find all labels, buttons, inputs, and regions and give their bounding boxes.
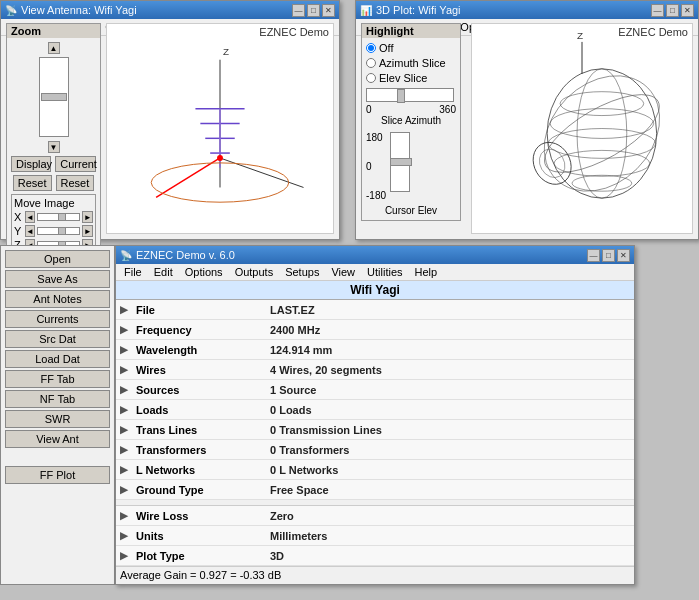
row-value-translines: 0 Transmission Lines [262,424,634,436]
table-row[interactable]: ▶ Wavelength 124.914 mm [116,340,634,360]
azimuth-slice-radio[interactable]: Azimuth Slice [366,57,456,69]
table-row[interactable]: ▶ Transformers 0 Transformers [116,440,634,460]
y-left-arrow[interactable]: ◄ [25,225,36,237]
maximize-btn[interactable]: □ [307,4,320,17]
expand-arrow: ▶ [116,304,132,315]
table-row[interactable]: ▶ Plot Type 3D [116,546,634,566]
ff-tab-btn[interactable]: FF Tab [5,370,110,388]
plot3d-close[interactable]: ✕ [681,4,694,17]
open-btn[interactable]: Open [5,250,110,268]
reset2-btn[interactable]: Reset [56,175,95,191]
highlight-panel: Highlight Off Azimuth Slice Elev Slice 0 [361,23,461,221]
plot3d-maximize[interactable]: □ [666,4,679,17]
expand-arrow: ▶ [116,364,132,375]
eznec-menu-edit[interactable]: Edit [148,265,179,279]
view-antenna-titlebar: 📡 View Antenna: Wifi Yagi — □ ✕ [1,1,339,19]
status-bar: Average Gain = 0.927 = -0.33 dB [116,566,634,583]
swr-btn[interactable]: SWR [5,410,110,428]
eznec-menu-options[interactable]: Options [179,265,229,279]
currents-btn[interactable]: Currents [5,310,110,328]
elev-slice-radio[interactable]: Elev Slice [366,72,456,84]
expand-arrow: ▶ [116,424,132,435]
nf-tab-btn[interactable]: NF Tab [5,390,110,408]
eznec-maximize[interactable]: □ [602,249,615,262]
table-row[interactable]: ▶ Wires 4 Wires, 20 segments [116,360,634,380]
src-dat-btn[interactable]: Src Dat [5,330,110,348]
reset1-btn[interactable]: Reset [13,175,52,191]
row-label-groundtype: Ground Type [132,484,262,496]
load-dat-btn[interactable]: Load Dat [5,350,110,368]
table-row[interactable]: ▶ Sources 1 Source [116,380,634,400]
svg-point-17 [554,150,650,176]
ant-notes-btn[interactable]: Ant Notes [5,290,110,308]
table-row[interactable]: ▶ Wire Loss Zero [116,506,634,526]
table-row[interactable]: ▶ L Networks 0 L Networks [116,460,634,480]
eznec-menu-setups[interactable]: Setups [279,265,325,279]
axis-x-label: X [14,211,23,223]
view-antenna-title: View Antenna: Wifi Yagi [21,4,137,16]
row-label-freq: Frequency [132,324,262,336]
slice-min-label: 0 [366,104,372,115]
close-btn[interactable]: ✕ [322,4,335,17]
x-slider[interactable] [37,213,80,221]
row-value-lnetworks: 0 L Networks [262,464,634,476]
eznec-icon: 📡 [120,250,132,261]
row-label-plottype: Plot Type [132,550,262,562]
view-ant-btn[interactable]: View Ant [5,430,110,448]
row-label-transformers: Transformers [132,444,262,456]
y-right-arrow[interactable]: ► [82,225,93,237]
eznec-menu-file[interactable]: File [118,265,148,279]
svg-point-14 [560,92,644,116]
slice-max-label: 360 [439,104,456,115]
expand-arrow: ▶ [116,324,132,335]
row-label-loads: Loads [132,404,262,416]
antenna-canvas: EZNEC Demo Z [106,23,334,234]
eznec-menu-view[interactable]: View [325,265,361,279]
save-as-btn[interactable]: Save As [5,270,110,288]
minimize-btn[interactable]: — [292,4,305,17]
highlight-off-radio[interactable]: Off [366,42,456,54]
eznec-menu-outputs[interactable]: Outputs [229,265,280,279]
eznec-minimize[interactable]: — [587,249,600,262]
row-label-sources: Sources [132,384,262,396]
eznec-menu-help[interactable]: Help [409,265,444,279]
row-label-wavelength: Wavelength [132,344,262,356]
row-label-translines: Trans Lines [132,424,262,436]
axis-y-row: Y ◄ ► [14,225,93,237]
eznec-menubar: File Edit Options Outputs Setups View Ut… [116,264,634,281]
slice-azimuth-label: Slice Azimuth [366,115,456,126]
elev-neg180-label: -180 [366,190,386,201]
elev-0-label: 0 [366,161,386,172]
antenna-svg: Z [107,24,333,233]
svg-point-22 [526,135,579,191]
table-row[interactable]: ▶ Ground Type Free Space [116,480,634,500]
zoom-up-arrow[interactable]: ▲ [48,42,60,54]
eznec-menu-utilities[interactable]: Utilities [361,265,408,279]
plot3d-icon: 📊 [360,5,372,16]
slice-track[interactable] [366,88,454,102]
svg-point-10 [217,155,223,161]
expand-arrow: ▶ [116,404,132,415]
display-btn[interactable]: Display [11,156,51,172]
row-label-wires: Wires [132,364,262,376]
table-row[interactable]: ▶ File LAST.EZ [116,300,634,320]
eznec-main-title: EZNEC Demo v. 6.0 [136,249,235,261]
y-slider[interactable] [37,227,80,235]
eznec-close[interactable]: ✕ [617,249,630,262]
elev-slice-label: Elev Slice [379,72,427,84]
cursor-elev-label: Cursor Elev [366,205,456,216]
x-left-arrow[interactable]: ◄ [25,211,36,223]
x-right-arrow[interactable]: ► [82,211,93,223]
ff-plot-btn[interactable]: FF Plot [5,466,110,484]
table-row[interactable]: ▶ Frequency 2400 MHz [116,320,634,340]
current-btn[interactable]: Current [55,156,96,172]
table-row[interactable]: ▶ Trans Lines 0 Transmission Lines [116,420,634,440]
expand-arrow: ▶ [116,550,132,561]
table-row[interactable]: ▶ Units Millimeters [116,526,634,546]
plot3d-minimize[interactable]: — [651,4,664,17]
zoom-bar[interactable] [39,57,69,137]
table-row[interactable]: ▶ Loads 0 Loads [116,400,634,420]
expand-arrow: ▶ [116,444,132,455]
zoom-down-arrow[interactable]: ▼ [48,141,60,153]
elev-track[interactable] [390,132,410,192]
